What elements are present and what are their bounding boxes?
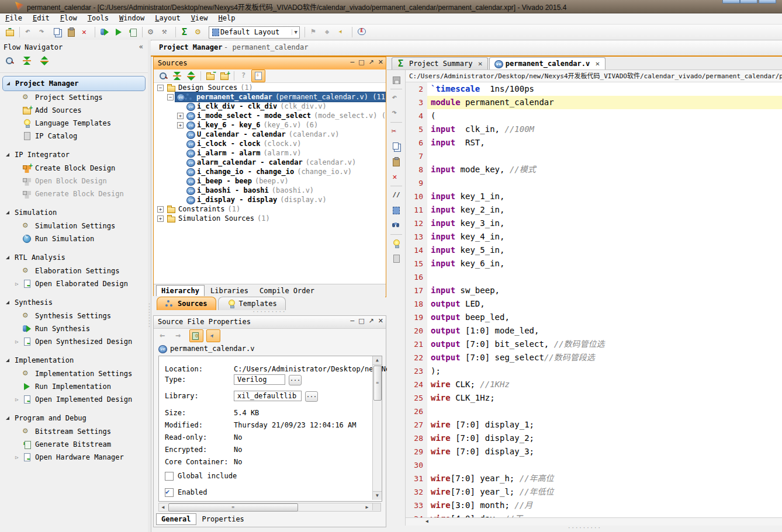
back-arrow-button[interactable] xyxy=(158,330,171,342)
properties-panel-header[interactable]: Source File Properties ─ □ ↗ ✕ xyxy=(154,316,386,329)
menu-flow[interactable]: Flow xyxy=(55,13,82,24)
tree-row[interactable]: U_calendar - calendar(calendar.v) xyxy=(154,130,386,139)
fn-section-simulation[interactable]: Simulation xyxy=(0,206,148,220)
fn-item-generate-bitstream[interactable]: Generate Bitstream xyxy=(0,438,148,451)
help-doc-button[interactable] xyxy=(237,70,250,82)
copy-button[interactable] xyxy=(51,26,64,38)
scrollbar-thumb[interactable]: ≡ xyxy=(373,366,382,401)
redo-button[interactable] xyxy=(37,26,50,38)
scroll-down-icon[interactable]: ▼ xyxy=(373,491,382,500)
close-panel-icon[interactable]: ✕ xyxy=(378,58,383,66)
close-window-icon[interactable] xyxy=(759,0,776,4)
collapse-all-button[interactable] xyxy=(20,55,33,67)
collapse-panel-icon[interactable]: « xyxy=(139,43,143,51)
open-project-button[interactable] xyxy=(4,26,16,38)
scroll-to-button[interactable] xyxy=(251,69,265,82)
expand-all-button[interactable] xyxy=(38,55,51,67)
minimize-panel-icon[interactable]: ─ xyxy=(351,58,355,66)
collapse-all-button[interactable] xyxy=(171,70,184,82)
fn-section-ip-integrator[interactable]: IP Integrator xyxy=(0,148,148,162)
close-panel-icon[interactable]: ✕ xyxy=(378,317,383,325)
property-input[interactable]: xil_defaultlib xyxy=(234,391,302,401)
maximize-panel-icon[interactable]: □ xyxy=(358,317,364,325)
sources-tree[interactable]: −Design Sources(1)−permanent_calendar(pe… xyxy=(154,83,386,283)
tree-expander-icon[interactable]: − xyxy=(167,94,174,100)
tree-row[interactable]: alarm_calendar - calendar(calendar.v) xyxy=(154,158,386,167)
menu-view[interactable]: View xyxy=(186,13,213,24)
tree-row[interactable]: i_clock - clock(clock.v) xyxy=(154,139,386,148)
checkbox-enabled[interactable] xyxy=(165,488,174,497)
fn-item-open-implemented-design[interactable]: ▷➥Open Implemented Design xyxy=(0,393,148,406)
menu-tools[interactable]: Tools xyxy=(82,13,114,24)
delete-button[interactable] xyxy=(79,26,92,38)
panel-splitter[interactable]: ········· xyxy=(148,40,151,532)
add-plus-button[interactable]: + xyxy=(218,70,231,82)
horizontal-scrollbar[interactable]: ◀ ≡ ▶ xyxy=(158,503,381,512)
search-button[interactable] xyxy=(3,55,16,67)
fn-item-generate-block-design[interactable]: Generate Block Design xyxy=(0,187,148,200)
settings-gear-button[interactable] xyxy=(146,26,158,38)
tree-row[interactable]: +Simulation Sources(1) xyxy=(154,214,386,223)
undo-button[interactable] xyxy=(390,92,403,104)
fn-section-program-and-debug[interactable]: Program and Debug xyxy=(0,411,148,425)
tree-row[interactable]: +i_mode_select - mode_select(mode_select… xyxy=(154,111,386,120)
menu-file[interactable]: File xyxy=(0,13,27,24)
fn-item-create-block-design[interactable]: +Create Block Design xyxy=(0,162,148,175)
tools-wrench-button[interactable] xyxy=(160,26,172,38)
tab-general[interactable]: General xyxy=(156,513,196,525)
language-bubble-button[interactable] xyxy=(355,26,368,38)
tree-expander-icon[interactable]: + xyxy=(177,122,184,128)
tree-expander-icon[interactable]: + xyxy=(177,113,184,119)
minimize-panel-icon[interactable]: ─ xyxy=(351,317,355,325)
tree-row[interactable]: i_alarm - alarm(alarm.v) xyxy=(154,148,386,158)
fn-section-project-manager[interactable]: Project Manager xyxy=(2,76,146,91)
run-synthesis-arrow-button[interactable] xyxy=(98,26,111,38)
sources-panel-header[interactable]: Sources ─ □ ↗ ✕ xyxy=(154,57,386,70)
title-bar[interactable]: permanent_calendar - [C:/Users/Administr… xyxy=(0,0,782,13)
cursor-select-button[interactable] xyxy=(206,329,220,342)
fn-item-language-templates[interactable]: Language Templates xyxy=(0,117,148,130)
editor-tab-permanent_calendar-v[interactable]: permanent_calendar.v✕ xyxy=(489,57,605,69)
maximize-window-icon[interactable] xyxy=(740,0,757,4)
tab-properties[interactable]: Properties xyxy=(197,513,250,525)
code-editor[interactable]: 2`timescale 1ns/100ps3module permanent_c… xyxy=(406,82,782,517)
bulb-button[interactable] xyxy=(390,238,403,249)
tree-row[interactable]: i_change_io - change_io(change_io.v) xyxy=(154,167,386,176)
paste-button[interactable] xyxy=(390,156,403,168)
tree-row[interactable]: i_beep - beep(beep.v) xyxy=(154,176,386,186)
find-replace-button[interactable] xyxy=(390,220,403,231)
vertical-scrollbar[interactable]: ▲ ≡ ▼ xyxy=(372,356,382,500)
customize-gear-button[interactable] xyxy=(193,26,206,38)
tree-row[interactable]: +i_key_6 - key_6(key_6.v) (6) xyxy=(154,120,386,130)
pin-button[interactable] xyxy=(308,26,321,38)
fn-item-add-sources[interactable]: +Add Sources xyxy=(0,104,148,117)
chevron-down-icon[interactable]: ▼ xyxy=(292,29,297,35)
cursor-arrow-button[interactable] xyxy=(336,26,349,38)
delete-button[interactable] xyxy=(390,171,403,183)
dock-tab-sources[interactable]: Sources xyxy=(157,297,216,310)
fn-item-project-settings[interactable]: Project Settings xyxy=(0,91,148,104)
comment-button[interactable] xyxy=(390,189,403,201)
forward-arrow-button[interactable] xyxy=(174,330,186,342)
close-tab-icon[interactable]: ✕ xyxy=(595,61,600,67)
fn-item-run-simulation[interactable]: Run Simulation xyxy=(0,232,148,245)
generate-bitstream-button[interactable] xyxy=(126,26,139,38)
tree-row[interactable]: i_baoshi - baoshi(baoshi.v) xyxy=(154,186,386,195)
fn-item-bitstream-settings[interactable]: Bitstream Settings xyxy=(0,425,148,438)
minimize-window-icon[interactable] xyxy=(722,0,740,4)
redo-button[interactable] xyxy=(390,107,403,119)
fn-section-implementation[interactable]: Implementation xyxy=(0,353,148,367)
sum-sigma-button[interactable] xyxy=(179,26,192,38)
search-button[interactable] xyxy=(157,70,169,82)
scroll-left-icon[interactable]: ◀ xyxy=(425,519,428,524)
dock-tab-templates[interactable]: Templates xyxy=(218,297,286,310)
browse-button[interactable]: ... xyxy=(305,391,318,402)
menu-help[interactable]: Help xyxy=(213,13,241,24)
expander-icon[interactable]: ▷ xyxy=(15,454,22,460)
fn-item-run-synthesis[interactable]: Run Synthesis xyxy=(0,322,148,335)
float-panel-icon[interactable]: ↗ xyxy=(369,58,374,66)
checkbox-global-include[interactable] xyxy=(165,472,174,481)
add-file-button[interactable]: ➥ xyxy=(204,70,217,82)
tab-hierarchy[interactable]: Hierarchy xyxy=(156,285,205,297)
fn-item-elaboration-settings[interactable]: Elaboration Settings xyxy=(0,265,148,277)
